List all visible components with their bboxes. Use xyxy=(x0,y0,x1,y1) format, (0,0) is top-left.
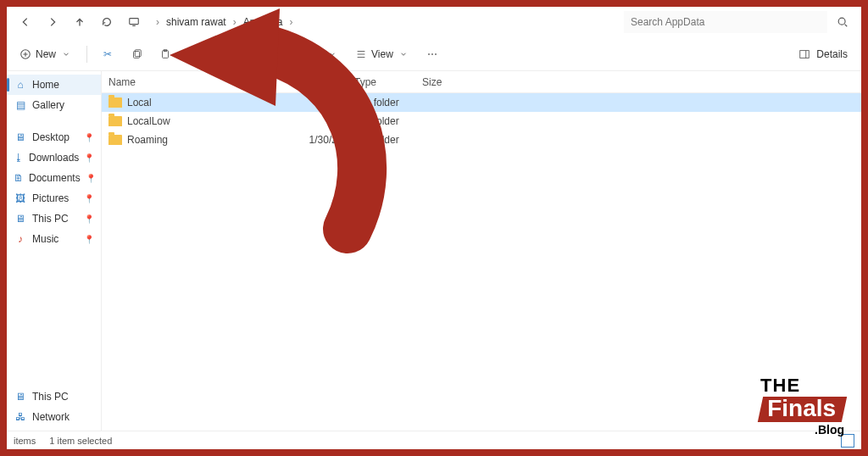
sidebar-item-label: Gallery xyxy=(32,99,64,111)
column-name[interactable]: Name xyxy=(108,76,261,88)
sidebar-item-label: This PC xyxy=(32,213,69,225)
file-row[interactable]: LocalLow 11/ File folder xyxy=(102,112,861,131)
sidebar-item-desktop[interactable]: 🖥 Desktop 📍 xyxy=(7,127,101,147)
sidebar: ⌂ Home ▤ Gallery 🖥 Desktop 📍 ⭳ Downloads… xyxy=(7,71,102,431)
cut-icon: ✂ xyxy=(101,47,114,61)
watermark-line1: THE xyxy=(760,376,844,395)
sidebar-item-thispc[interactable]: 🖥 This PC 📍 xyxy=(7,209,101,229)
address-bar: › shivam rawat › AppData › xyxy=(7,7,861,37)
file-list: Name modified Type Size Local 0 AM File … xyxy=(102,71,861,431)
view-icon xyxy=(354,47,368,61)
rename-button[interactable] xyxy=(182,44,206,64)
copy-button[interactable] xyxy=(125,44,148,64)
svg-rect-0 xyxy=(130,19,139,25)
file-name: Local xyxy=(127,97,152,108)
sidebar-item-label: Downloads xyxy=(29,152,79,164)
monitor-icon[interactable] xyxy=(122,10,146,34)
back-button[interactable] xyxy=(14,10,37,34)
details-icon xyxy=(798,47,811,61)
cut-button[interactable]: ✂ xyxy=(96,44,120,64)
sidebar-item-thispc-bottom[interactable]: 🖥 This PC xyxy=(7,386,101,407)
home-icon: ⌂ xyxy=(14,78,27,92)
status-selection: 1 item selected xyxy=(49,436,112,446)
network-icon: 🖧 xyxy=(14,410,27,424)
file-type: File folder xyxy=(354,115,422,127)
sidebar-item-documents[interactable]: 🗎 Documents 📍 xyxy=(7,168,101,188)
sidebar-item-downloads[interactable]: ⭳ Downloads 📍 xyxy=(7,147,101,168)
breadcrumb-segment[interactable]: AppData xyxy=(240,14,287,30)
status-bar: items 1 item selected xyxy=(7,431,861,449)
share-icon xyxy=(216,47,230,61)
view-button[interactable]: View xyxy=(349,44,415,64)
sidebar-item-label: Desktop xyxy=(32,131,70,143)
music-icon: ♪ xyxy=(14,232,27,246)
new-label: New xyxy=(36,48,56,60)
sidebar-item-music[interactable]: ♪ Music 📍 xyxy=(7,229,101,249)
sidebar-item-home[interactable]: ⌂ Home xyxy=(7,75,101,95)
explorer-window: › shivam rawat › AppData › New ✂ Sort xyxy=(7,7,861,449)
breadcrumb[interactable]: › shivam rawat › AppData › xyxy=(156,14,292,30)
column-size[interactable]: Size xyxy=(422,76,473,88)
search-input[interactable] xyxy=(624,11,827,33)
pin-icon: 📍 xyxy=(84,153,94,163)
chevron-down-icon xyxy=(326,47,339,61)
thispc-icon: 🖥 xyxy=(14,390,27,403)
sort-icon xyxy=(287,47,300,61)
pin-icon: 📍 xyxy=(84,214,94,224)
more-button[interactable]: ⋯ xyxy=(420,44,444,64)
file-date: 11/ xyxy=(261,115,354,127)
status-count: items xyxy=(14,436,36,446)
breadcrumb-segment[interactable]: shivam rawat xyxy=(163,14,230,30)
column-type[interactable]: Type xyxy=(354,76,422,88)
file-row[interactable]: Local 0 AM File folder xyxy=(102,93,861,112)
sidebar-item-label: Network xyxy=(32,411,70,423)
up-button[interactable] xyxy=(68,10,92,34)
thispc-icon: 🖥 xyxy=(14,212,27,225)
sidebar-item-gallery[interactable]: ▤ Gallery xyxy=(7,95,101,115)
view-label: View xyxy=(371,48,393,60)
pin-icon: 📍 xyxy=(86,174,96,183)
column-headers[interactable]: Name modified Type Size xyxy=(102,71,861,93)
watermark-line3: .Blog xyxy=(760,424,844,436)
details-pane-button[interactable]: Details xyxy=(791,44,854,64)
explorer-body: ⌂ Home ▤ Gallery 🖥 Desktop 📍 ⭳ Downloads… xyxy=(7,71,861,431)
pin-icon: 📍 xyxy=(84,194,94,203)
file-date: 1/30/2024 xyxy=(261,134,354,146)
pictures-icon: 🖼 xyxy=(14,192,27,205)
share-button[interactable] xyxy=(211,44,235,64)
watermark: THE Finals .Blog xyxy=(760,376,844,436)
pin-icon: 📍 xyxy=(84,235,94,244)
file-date: 0 AM xyxy=(261,97,354,108)
sidebar-item-network[interactable]: 🖧 Network xyxy=(7,407,101,427)
sidebar-item-pictures[interactable]: 🖼 Pictures 📍 xyxy=(7,188,101,209)
svg-point-1 xyxy=(838,18,845,25)
file-type: File folder xyxy=(354,134,422,146)
column-date[interactable]: modified xyxy=(261,76,354,88)
new-button[interactable]: New xyxy=(14,44,78,64)
svg-rect-3 xyxy=(134,51,140,58)
toolbar: New ✂ Sort View ⋯ Details xyxy=(7,37,861,71)
chevron-right-icon: › xyxy=(289,16,292,28)
sidebar-item-label: Documents xyxy=(29,172,81,184)
file-type: File folder xyxy=(354,97,422,108)
downloads-icon: ⭳ xyxy=(14,151,24,164)
folder-icon xyxy=(108,135,122,145)
sidebar-item-label: Home xyxy=(32,79,59,91)
folder-icon xyxy=(108,116,122,126)
sort-button[interactable]: Sort xyxy=(281,44,344,64)
search-icon[interactable] xyxy=(831,16,854,28)
documents-icon: 🗎 xyxy=(14,171,24,185)
chevron-down-icon xyxy=(397,47,410,61)
trash-icon xyxy=(245,47,259,61)
forward-button[interactable] xyxy=(41,10,64,34)
watermark-line2: Finals xyxy=(758,397,847,422)
sidebar-item-label: Pictures xyxy=(32,192,69,204)
ellipsis-icon: ⋯ xyxy=(426,47,439,61)
paste-button[interactable] xyxy=(153,44,177,64)
delete-button[interactable] xyxy=(240,44,264,64)
sidebar-item-label: This PC xyxy=(32,391,69,403)
file-row[interactable]: Roaming 1/30/2024 File folder xyxy=(102,131,861,149)
refresh-button[interactable] xyxy=(95,10,119,34)
chevron-right-icon: › xyxy=(156,16,159,28)
folder-icon xyxy=(108,97,122,108)
